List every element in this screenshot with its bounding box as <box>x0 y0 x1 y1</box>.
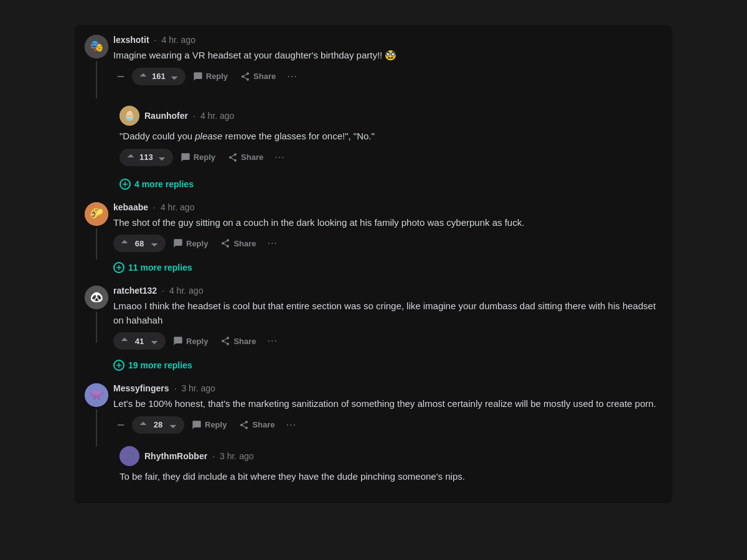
svg-text:🌮: 🌮 <box>90 207 104 220</box>
svg-text:🎭: 🎭 <box>90 39 104 53</box>
vote-count: 28 <box>152 420 164 429</box>
comment-body: The shot of the guy sitting on a couch i… <box>113 216 662 230</box>
svg-rect-11 <box>118 424 125 425</box>
more-options-button[interactable]: ··· <box>264 235 281 251</box>
comment-body: Imagine wearing a VR headset at your dau… <box>113 49 662 63</box>
vote-group: 28 <box>132 416 184 434</box>
share-button[interactable]: Share <box>234 418 280 432</box>
comment-content: ratchet132 · 4 hr. ago Lmaoo I think the… <box>113 286 662 381</box>
timestamp: 4 hr. ago <box>161 202 195 212</box>
comment-content: kebaabe · 4 hr. ago The shot of the guy … <box>113 202 662 284</box>
share-button[interactable]: Share <box>235 69 281 84</box>
svg-rect-2 <box>118 76 125 77</box>
comment-content: Messyfingers · 3 hr. ago Let's be 100% h… <box>113 383 662 491</box>
collapse-button[interactable] <box>113 69 128 84</box>
more-options-button[interactable]: ··· <box>264 333 281 349</box>
reply-header: 🎵 RhythmRobber · 3 hr. ago <box>120 446 662 466</box>
comment-header: kebaabe · 4 hr. ago <box>113 202 662 212</box>
comment-header: lexshotit · 4 hr. ago <box>113 35 662 45</box>
downvote-button[interactable] <box>168 70 181 83</box>
comment-body: Let's be 100% honest, that's the marketi… <box>113 397 662 411</box>
share-button[interactable]: Share <box>215 334 261 348</box>
reply-button[interactable]: Reply <box>176 150 220 165</box>
comment-body: Lmaoo I think the headset is cool but th… <box>113 299 662 327</box>
comment-c4: 👾 Messyfingers · 3 hr. ago Let's be 100%… <box>85 383 662 491</box>
action-bar: 41 Reply Share ··· <box>113 332 662 350</box>
more-replies-icon <box>113 360 125 371</box>
reply-button[interactable]: Reply <box>188 69 233 84</box>
downvote-button[interactable] <box>156 151 168 164</box>
vote-count: 41 <box>133 337 146 346</box>
vote-group: 113 <box>120 149 173 166</box>
timestamp: 3 hr. ago <box>181 383 215 393</box>
reply-body: To be fair, they did include a bit where… <box>120 470 662 484</box>
more-replies-button[interactable]: 4 more replies <box>120 174 194 195</box>
username: RhythmRobber <box>144 451 207 461</box>
vote-count: 161 <box>152 72 166 81</box>
username: lexshotit <box>113 35 149 45</box>
vote-group: 68 <box>113 235 166 252</box>
reply-header: 🧁 Raunhofer · 4 hr. ago <box>120 106 662 126</box>
upvote-button[interactable] <box>118 237 131 250</box>
svg-text:🎵: 🎵 <box>125 451 136 462</box>
svg-text:👾: 👾 <box>90 388 104 401</box>
reply-button[interactable]: Reply <box>187 418 232 432</box>
share-button[interactable]: Share <box>223 150 268 165</box>
svg-text:🧁: 🧁 <box>124 110 136 121</box>
action-bar: 68 Reply Share ··· <box>113 235 662 252</box>
more-options-button[interactable]: ··· <box>283 417 300 433</box>
share-button[interactable]: Share <box>215 236 261 251</box>
upvote-button[interactable] <box>125 151 137 164</box>
action-bar: 28 Reply Share ··· <box>113 416 662 434</box>
username: Messyfingers <box>113 383 169 393</box>
downvote-button[interactable] <box>148 237 161 250</box>
timestamp: 3 hr. ago <box>220 451 254 461</box>
comment-c1: 🎭 lexshotit · 4 hr. ago Imagine wearing … <box>85 35 662 200</box>
more-replies-icon <box>120 179 131 190</box>
timestamp: 4 hr. ago <box>161 35 195 45</box>
upvote-button[interactable] <box>137 70 149 83</box>
timestamp: 4 hr. ago <box>200 111 235 121</box>
comment-c3: 🐼 ratchet132 · 4 hr. ago Lmaoo I think t… <box>85 286 662 381</box>
upvote-button[interactable] <box>118 335 131 347</box>
more-replies-icon <box>113 262 125 273</box>
comment-header: Messyfingers · 3 hr. ago <box>113 383 662 393</box>
svg-text:🐼: 🐼 <box>90 290 104 304</box>
comment-thread: 🎭 lexshotit · 4 hr. ago Imagine wearing … <box>75 25 672 503</box>
avatar: 👾 <box>85 383 108 407</box>
comment-header: ratchet132 · 4 hr. ago <box>113 286 662 296</box>
reply-body: "Daddy could you please remove the glass… <box>120 129 662 144</box>
upvote-button[interactable] <box>137 419 149 431</box>
collapse-button[interactable] <box>113 418 128 432</box>
timestamp: 4 hr. ago <box>169 286 204 296</box>
page-wrapper: 🎭 lexshotit · 4 hr. ago Imagine wearing … <box>75 12 672 516</box>
more-options-button[interactable]: ··· <box>271 149 288 166</box>
username: Raunhofer <box>144 111 188 121</box>
avatar: 🧁 <box>120 106 139 126</box>
username: ratchet132 <box>113 286 157 296</box>
downvote-button[interactable] <box>167 419 179 431</box>
more-options-button[interactable]: ··· <box>283 68 301 85</box>
avatar: 🌮 <box>85 202 108 226</box>
more-replies-button[interactable]: 11 more replies <box>113 257 192 278</box>
action-bar: 161 Reply Share ·· <box>113 68 662 85</box>
reply-action-bar: 113 Reply Share <box>120 149 662 166</box>
username: kebaabe <box>113 202 148 212</box>
comment-content: lexshotit · 4 hr. ago Imagine wearing a … <box>113 35 662 90</box>
reply-button[interactable]: Reply <box>168 334 213 348</box>
avatar: 🎵 <box>120 446 139 466</box>
vote-group: 41 <box>113 332 166 350</box>
downvote-button[interactable] <box>148 335 161 347</box>
comment-c2: 🌮 kebaabe · 4 hr. ago The shot of the gu… <box>85 202 662 284</box>
vote-group: 161 <box>132 68 186 85</box>
vote-count: 113 <box>139 152 153 162</box>
reply-button[interactable]: Reply <box>168 236 213 251</box>
avatar: 🎭 <box>85 35 108 58</box>
thread-line <box>96 61 97 98</box>
avatar: 🐼 <box>85 286 108 309</box>
reply-rhythmrobber: 🎵 RhythmRobber · 3 hr. ago To be fair, t… <box>120 439 662 489</box>
reply-r1: 🧁 Raunhofer · 4 hr. ago "Daddy could you… <box>120 98 662 171</box>
more-replies-button[interactable]: 19 more replies <box>113 355 192 376</box>
vote-count: 68 <box>133 239 146 248</box>
